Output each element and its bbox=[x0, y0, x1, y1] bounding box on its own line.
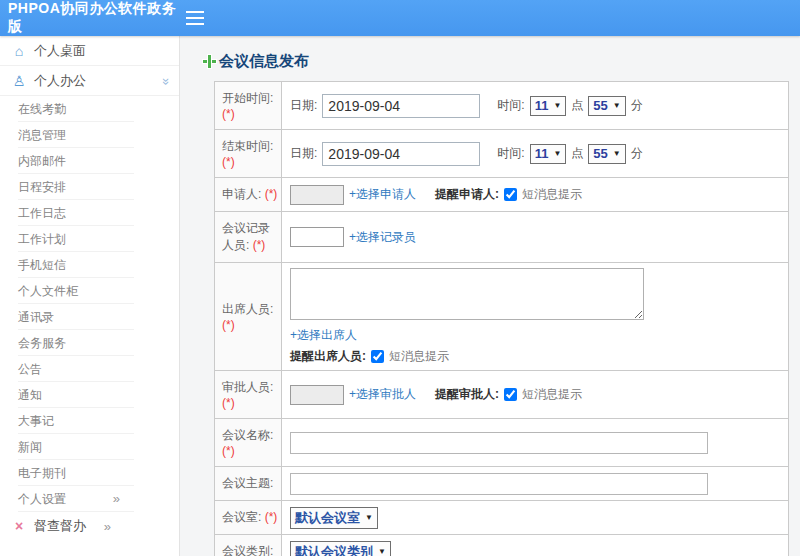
sidebar-item-major-events[interactable]: 大事记 bbox=[18, 408, 134, 434]
sidebar-item-attendance[interactable]: 在线考勤 bbox=[18, 96, 134, 122]
required-mark: (*) bbox=[253, 238, 266, 252]
meeting-subject-input[interactable] bbox=[290, 473, 708, 495]
sidebar: ⌂ 个人桌面 ♙ 个人办公 » 在线考勤 消息管理 内部邮件 日程安排 工作日志… bbox=[0, 36, 180, 556]
meeting-room-label: 会议室: (*) bbox=[215, 501, 282, 535]
attendees-label: 出席人员: (*) bbox=[215, 263, 282, 371]
sidebar-item-internal-mail[interactable]: 内部邮件 bbox=[18, 148, 134, 174]
meeting-form: 开始时间: (*) 日期: 时间: 11 ▼ 点 55 ▼ 分 bbox=[214, 81, 789, 556]
sidebar-item-meeting-service[interactable]: 会务服务 bbox=[18, 330, 134, 356]
sidebar-item-contacts[interactable]: 通讯录 bbox=[18, 304, 134, 330]
sidebar-item-news[interactable]: 新闻 bbox=[18, 434, 134, 460]
pick-recorder-link[interactable]: +选择记录员 bbox=[349, 229, 416, 246]
sidebar-item-work-log[interactable]: 工作日志 bbox=[18, 200, 134, 226]
sidebar-item-work-plan[interactable]: 工作计划 bbox=[18, 226, 134, 252]
applicant-label: 申请人: (*) bbox=[215, 178, 282, 212]
sms-remind-label: 短消息提示 bbox=[522, 386, 582, 403]
date-label: 日期: bbox=[290, 97, 317, 114]
sidebar-item-personal-desktop[interactable]: ⌂ 个人桌面 bbox=[0, 36, 179, 66]
required-mark: (*) bbox=[222, 155, 235, 169]
approver-sms-checkbox[interactable] bbox=[504, 388, 517, 401]
start-minute-select[interactable]: 55 ▼ bbox=[588, 96, 625, 116]
pick-attendees-link[interactable]: +选择出席人 bbox=[290, 328, 357, 342]
sidebar-item-announcement[interactable]: 公告 bbox=[18, 356, 134, 382]
sidebar-item-notice[interactable]: 通知 bbox=[18, 382, 134, 408]
chevron-right-icon: » bbox=[104, 519, 111, 534]
sidebar-item-messages[interactable]: 消息管理 bbox=[18, 122, 134, 148]
row-approver: 审批人员: (*) +选择审批人 提醒审批人: 短消息提示 bbox=[215, 371, 789, 419]
hamburger-menu-icon[interactable] bbox=[186, 11, 204, 25]
required-mark: (*) bbox=[222, 107, 235, 121]
row-applicant: 申请人: (*) +选择申请人 提醒申请人: 短消息提示 bbox=[215, 178, 789, 212]
home-icon: ⌂ bbox=[10, 43, 28, 59]
meeting-room-select[interactable]: 默认会议室 ▼ bbox=[290, 507, 378, 529]
row-attendees: 出席人员: (*) +选择出席人 提醒出席人员: 短消息提示 bbox=[215, 263, 789, 371]
remind-applicant-label: 提醒申请人: bbox=[435, 186, 499, 203]
end-minute-select[interactable]: 55 ▼ bbox=[588, 144, 625, 164]
end-hour-select[interactable]: 11 ▼ bbox=[530, 144, 567, 164]
user-icon: ♙ bbox=[10, 73, 28, 89]
approver-label: 审批人员: (*) bbox=[215, 371, 282, 419]
sidebar-item-label: 督查督办 bbox=[34, 517, 86, 535]
row-meeting-name: 会议名称: (*) bbox=[215, 419, 789, 467]
row-recorder: 会议记录人员: (*) +选择记录员 bbox=[215, 212, 789, 263]
recorder-input[interactable] bbox=[290, 227, 344, 247]
dropdown-arrow-icon: ▼ bbox=[553, 149, 561, 158]
hour-unit-label: 点 bbox=[571, 145, 583, 162]
remind-attendees-label: 提醒出席人员: bbox=[290, 348, 366, 365]
start-date-input[interactable] bbox=[322, 94, 480, 118]
sms-remind-label: 短消息提示 bbox=[389, 348, 449, 365]
remind-approver-label: 提醒审批人: bbox=[435, 386, 499, 403]
row-meeting-type: 会议类别: 默认会议类别 ▼ bbox=[215, 535, 789, 556]
attendees-textarea[interactable] bbox=[290, 268, 644, 320]
meeting-subject-label: 会议主题: bbox=[215, 467, 282, 501]
page-title: 会议信息发布 bbox=[203, 52, 800, 71]
minute-unit-label: 分 bbox=[631, 145, 643, 162]
hour-unit-label: 点 bbox=[571, 97, 583, 114]
sidebar-submenu: 在线考勤 消息管理 内部邮件 日程安排 工作日志 工作计划 手机短信 个人文件柜… bbox=[0, 96, 179, 512]
sidebar-item-personal-settings[interactable]: 个人设置 » bbox=[18, 486, 134, 512]
recorder-label: 会议记录人员: (*) bbox=[215, 212, 282, 263]
sidebar-item-e-journal[interactable]: 电子期刊 bbox=[18, 460, 134, 486]
start-time-label: 开始时间: (*) bbox=[215, 82, 282, 130]
sidebar-item-label: 个人办公 bbox=[34, 72, 86, 90]
time-label: 时间: bbox=[497, 97, 524, 114]
main-content: 会议信息发布 开始时间: (*) 日期: 时间: 11 ▼ 点 55 ▼ bbox=[181, 36, 800, 556]
required-mark: (*) bbox=[265, 510, 278, 524]
meeting-name-label: 会议名称: (*) bbox=[215, 419, 282, 467]
pick-applicant-link[interactable]: +选择申请人 bbox=[349, 186, 416, 203]
chevron-double-down-icon: » bbox=[159, 78, 174, 83]
supervision-icon: × bbox=[10, 518, 28, 534]
dropdown-arrow-icon: ▼ bbox=[553, 101, 561, 110]
sms-remind-label: 短消息提示 bbox=[522, 186, 582, 203]
chevron-right-icon: » bbox=[113, 486, 120, 512]
add-plus-icon bbox=[203, 55, 216, 68]
topbar: PHPOA协同办公软件政务版 bbox=[0, 0, 800, 36]
dropdown-arrow-icon: ▼ bbox=[613, 149, 621, 158]
row-meeting-room: 会议室: (*) 默认会议室 ▼ bbox=[215, 501, 789, 535]
sidebar-item-schedule[interactable]: 日程安排 bbox=[18, 174, 134, 200]
row-meeting-subject: 会议主题: bbox=[215, 467, 789, 501]
app-title: PHPOA协同办公软件政务版 bbox=[0, 0, 178, 36]
sidebar-item-supervision[interactable]: × 督查督办 » bbox=[0, 512, 179, 540]
pick-approver-link[interactable]: +选择审批人 bbox=[349, 386, 416, 403]
approver-input[interactable] bbox=[290, 385, 344, 405]
meeting-type-label: 会议类别: bbox=[215, 535, 282, 556]
meeting-name-input[interactable] bbox=[290, 432, 708, 454]
attendees-sms-checkbox[interactable] bbox=[371, 350, 384, 363]
end-date-input[interactable] bbox=[322, 142, 480, 166]
start-hour-select[interactable]: 11 ▼ bbox=[530, 96, 567, 116]
end-time-label: 结束时间: (*) bbox=[215, 130, 282, 178]
minute-unit-label: 分 bbox=[631, 97, 643, 114]
required-mark: (*) bbox=[222, 396, 235, 410]
date-label: 日期: bbox=[290, 145, 317, 162]
applicant-sms-checkbox[interactable] bbox=[504, 188, 517, 201]
sidebar-item-file-cabinet[interactable]: 个人文件柜 bbox=[18, 278, 134, 304]
sidebar-item-sms[interactable]: 手机短信 bbox=[18, 252, 134, 278]
dropdown-arrow-icon: ▼ bbox=[613, 101, 621, 110]
required-mark: (*) bbox=[222, 318, 235, 332]
row-start-time: 开始时间: (*) 日期: 时间: 11 ▼ 点 55 ▼ 分 bbox=[215, 82, 789, 130]
sidebar-item-personal-office[interactable]: ♙ 个人办公 » bbox=[0, 66, 179, 96]
required-mark: (*) bbox=[222, 444, 235, 458]
applicant-input[interactable] bbox=[290, 185, 344, 205]
meeting-type-select[interactable]: 默认会议类别 ▼ bbox=[290, 541, 391, 556]
